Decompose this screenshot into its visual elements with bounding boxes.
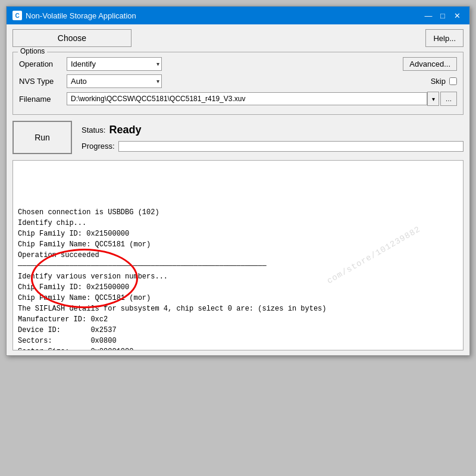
progress-row: Progress: — [82, 141, 464, 152]
operation-label: Operation — [19, 60, 67, 68]
nvstype-select-wrap: Auto SPI Flash EEPROM ▾ — [67, 74, 162, 88]
main-window: C Non-Volatile Storage Application — □ ✕… — [6, 6, 470, 356]
title-bar-left: C Non-Volatile Storage Application — [12, 11, 136, 20]
log-line: Identify various version numbers... — [18, 271, 458, 282]
operation-select-wrap: Identify Program Erase Verify Read ▾ — [67, 57, 162, 71]
skip-label: Skip — [431, 77, 446, 86]
title-bar: C Non-Volatile Storage Application — □ ✕ — [7, 7, 469, 24]
window-content: Choose Help... Options Operation Identif… — [7, 24, 469, 355]
window-title: Non-Volatile Storage Application — [26, 11, 136, 20]
log-line: Manufacturer ID: 0xc2 — [18, 314, 458, 325]
log-content: Chosen connection is USBDBG (102)Identif… — [18, 207, 458, 350]
filename-label: Filename — [19, 95, 67, 104]
progress-label: Progress: — [82, 142, 115, 151]
title-controls: — □ ✕ — [422, 10, 464, 21]
nvstype-row: NVS Type Auto SPI Flash EEPROM ▾ Skip — [19, 74, 457, 88]
log-line: Chip Family ID: 0x21500000 — [18, 282, 458, 293]
filename-dropdown-btn[interactable]: ▾ — [427, 92, 439, 106]
log-line: Chip Family ID: 0x21500000 — [18, 228, 458, 239]
log-line: Identify chip... — [18, 218, 458, 228]
operation-row: Operation Identify Program Erase Verify … — [19, 57, 457, 71]
log-line: Operation succeeded — [18, 250, 458, 261]
log-line: Device ID: 0x2537 — [18, 325, 458, 336]
top-toolbar: Choose Help... — [12, 29, 464, 47]
choose-button[interactable]: Choose — [12, 29, 131, 47]
log-line: The SIFLASH details for subsystem 4, chi… — [18, 303, 458, 314]
minimize-button[interactable]: — — [422, 10, 435, 21]
options-group: Options Operation Identify Program Erase… — [12, 52, 464, 115]
nvstype-label: NVS Type — [19, 77, 67, 86]
progress-bar — [118, 141, 464, 152]
status-value: Ready — [109, 124, 141, 136]
advanced-control: Advanced... — [403, 57, 457, 71]
filename-input[interactable] — [67, 92, 427, 105]
nvstype-control-area: Auto SPI Flash EEPROM ▾ — [67, 74, 431, 88]
maximize-button[interactable]: □ — [436, 10, 449, 21]
browse-button[interactable]: … — [440, 92, 457, 106]
log-line: Chip Family Name: QCC5181 (mor) — [18, 293, 458, 303]
run-status-area: Run Status: Ready Progress: — [12, 121, 464, 154]
log-line: ────────────────────────────────────────… — [18, 261, 458, 271]
filename-control-area: ▾ … — [67, 92, 457, 106]
run-button[interactable]: Run — [12, 121, 72, 154]
skip-control: Skip — [431, 77, 457, 86]
close-button[interactable]: ✕ — [450, 10, 464, 21]
skip-checkbox[interactable] — [449, 77, 457, 85]
log-line: Sectors: 0x0800 — [18, 336, 458, 346]
status-progress-panel: Status: Ready Progress: — [82, 124, 464, 152]
filename-row: Filename ▾ … — [19, 92, 457, 106]
operation-select[interactable]: Identify Program Erase Verify Read — [67, 57, 162, 71]
options-legend: Options — [18, 47, 47, 55]
operation-control-area: Identify Program Erase Verify Read ▾ — [67, 57, 403, 71]
log-output[interactable]: com/store/101239882 Chosen connection is… — [12, 160, 464, 350]
help-button[interactable]: Help... — [425, 29, 464, 47]
log-line: Sector Size: 0x00001000 — [18, 346, 458, 350]
status-row: Status: Ready — [82, 124, 464, 136]
app-icon: C — [12, 11, 22, 20]
log-line: Chip Family Name: QCC5181 (mor) — [18, 239, 458, 250]
status-label: Status: — [82, 126, 105, 134]
log-line: Chosen connection is USBDBG (102) — [18, 207, 458, 218]
advanced-button[interactable]: Advanced... — [403, 57, 457, 71]
nvstype-select[interactable]: Auto SPI Flash EEPROM — [67, 74, 162, 88]
skip-row: Skip — [431, 77, 457, 86]
